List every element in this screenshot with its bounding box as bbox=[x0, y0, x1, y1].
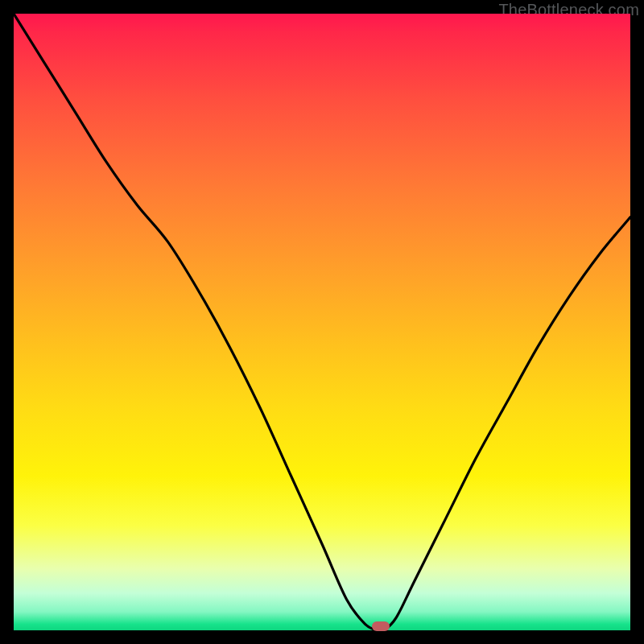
chart-frame: TheBottleneck.com bbox=[0, 0, 644, 644]
optimal-point-marker bbox=[372, 621, 390, 631]
bottleneck-curve bbox=[14, 14, 630, 630]
curve-path bbox=[14, 14, 630, 630]
plot-area bbox=[14, 14, 630, 630]
